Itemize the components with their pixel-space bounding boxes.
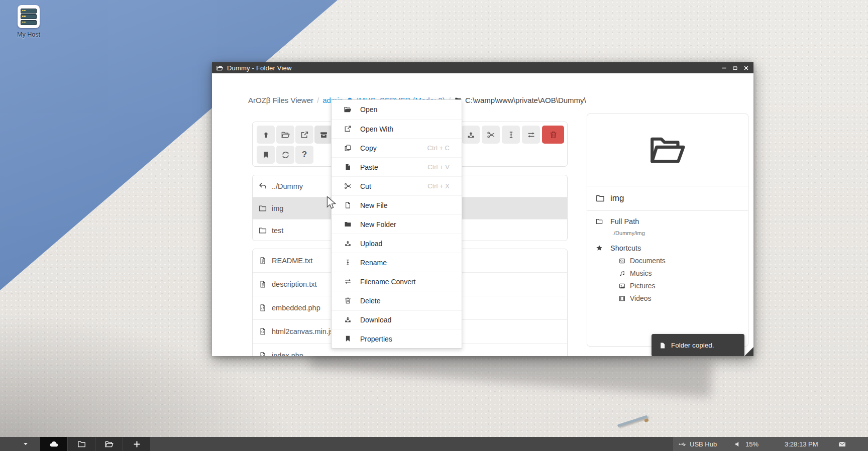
arrow-up-icon [261, 130, 271, 140]
menu-item-paste[interactable]: PasteCtrl + V [332, 157, 462, 176]
bookmark-icon [261, 150, 271, 160]
archive-icon [319, 130, 329, 140]
taskbar-tile-add[interactable] [123, 437, 150, 451]
open-button[interactable] [276, 126, 294, 144]
open-with-button[interactable] [295, 126, 313, 144]
filename-convert-button[interactable] [522, 126, 540, 144]
shortcut-videos[interactable]: Videos [618, 294, 740, 302]
trash-icon [549, 130, 558, 140]
inspector-title: img [610, 193, 624, 203]
paste-icon [659, 342, 667, 350]
refresh-button[interactable] [276, 146, 294, 164]
folder-open-icon [281, 130, 290, 140]
minimize-icon[interactable] [721, 65, 727, 71]
folder-open-icon [216, 64, 224, 72]
file-code-icon [258, 327, 267, 336]
shortcut-documents[interactable]: Documents [618, 257, 740, 265]
news-icon [618, 257, 626, 265]
full-path-value: ./Dummy/img [612, 230, 740, 236]
copy-icon [344, 144, 352, 152]
paste-icon [344, 163, 352, 171]
bookmark-button[interactable] [257, 146, 275, 164]
close-icon[interactable] [743, 65, 749, 71]
tray-mail[interactable] [838, 437, 846, 451]
menu-item-rename[interactable]: Rename [332, 253, 462, 272]
scissors-icon [486, 130, 496, 140]
menu-item-new-file[interactable]: New File [332, 195, 462, 214]
go-up-button[interactable] [257, 126, 275, 144]
new-folder-icon [344, 220, 352, 229]
desktop-icon-my-host[interactable]: My Host [9, 5, 48, 38]
folder-open-icon [344, 105, 352, 114]
file-code-icon [258, 351, 267, 357]
server-icon [18, 5, 40, 28]
menu-item-cut[interactable]: CutCtrl + X [332, 176, 462, 195]
exchange-icon [344, 277, 352, 286]
exchange-icon [526, 130, 536, 140]
envelope-icon [838, 440, 846, 448]
file-text-icon [258, 256, 267, 265]
rename-button[interactable] [502, 126, 520, 144]
bookmark-icon [344, 334, 352, 343]
image-icon [618, 282, 626, 290]
upload-icon [466, 130, 476, 140]
shortcut-musics[interactable]: Musics [618, 269, 740, 277]
help-button[interactable]: ? [295, 146, 313, 164]
tray-volume[interactable]: 15% [734, 437, 758, 451]
resize-handle[interactable] [744, 347, 753, 356]
desktop: My Host Dummy - Folder View ArOZβ Files … [0, 0, 868, 451]
cloud-icon [49, 439, 59, 449]
archive-button[interactable] [314, 126, 333, 144]
snow-stick-tip [644, 418, 648, 422]
menu-item-filename-convert[interactable]: Filename Convert [332, 272, 462, 291]
film-icon [618, 295, 626, 302]
taskbar-expand-button[interactable] [19, 437, 32, 451]
taskbar-tile-folder-open[interactable] [95, 437, 123, 451]
menu-item-delete[interactable]: Delete [332, 291, 462, 310]
ibeam-icon [344, 258, 352, 267]
folder-icon [595, 217, 603, 225]
inspector-title-row: img [587, 186, 748, 211]
clock: 3:28:13 PM [785, 440, 818, 448]
maximize-icon[interactable] [732, 65, 738, 71]
inspector-preview [587, 114, 748, 186]
menu-item-upload[interactable]: Upload [332, 234, 462, 253]
menu-item-download[interactable]: Download [332, 310, 462, 329]
menu-item-open-with[interactable]: Open With [332, 119, 462, 138]
undo-icon [258, 182, 267, 191]
window-titlebar[interactable]: Dummy - Folder View [212, 62, 753, 73]
window-title: Dummy - Folder View [227, 64, 292, 72]
taskbar-tile-folder[interactable] [68, 437, 95, 451]
folder-icon [595, 193, 605, 203]
inspector-panel: img Full Path ./Dummy/img Shortcuts Docu… [587, 114, 748, 347]
caret-down-icon [22, 440, 29, 447]
ibeam-icon [506, 130, 516, 140]
breadcrumb-app: ArOZβ Files Viewer [248, 96, 313, 104]
file-text-icon [258, 280, 267, 289]
taskbar-tile-cloud[interactable] [40, 437, 67, 451]
context-menu: Open Open With CopyCtrl + C PasteCtrl + … [331, 99, 462, 349]
cut-button[interactable] [482, 126, 500, 144]
shortcut-pictures[interactable]: Pictures [618, 282, 740, 290]
shortcuts-row: Shortcuts [595, 244, 740, 252]
download-icon [344, 315, 352, 324]
tray-clock[interactable]: 3:28:13 PM [785, 437, 818, 451]
menu-item-properties[interactable]: Properties [332, 329, 462, 348]
upload-icon [344, 239, 352, 248]
menu-item-copy[interactable]: CopyCtrl + C [332, 138, 462, 157]
usb-label: USB Hub [690, 440, 717, 448]
delete-button[interactable] [542, 126, 564, 144]
window-body: ArOZβ Files Viewer / admin IMUS_SERVER (… [212, 73, 753, 356]
upload-button[interactable] [462, 126, 480, 144]
menu-item-new-folder[interactable]: New Folder [332, 214, 462, 234]
menu-item-open[interactable]: Open [332, 100, 462, 119]
desktop-icon-label: My Host [9, 31, 48, 38]
taskbar: USB Hub 15% 3:28:13 PM [0, 437, 868, 451]
tray-usb[interactable]: USB Hub [678, 437, 717, 451]
folder-icon [258, 204, 267, 213]
plus-icon [132, 439, 142, 449]
volume-level: 15% [745, 440, 758, 448]
music-icon [618, 270, 626, 277]
toast-message: Folder copied. [671, 342, 714, 349]
help-icon: ? [302, 150, 307, 160]
